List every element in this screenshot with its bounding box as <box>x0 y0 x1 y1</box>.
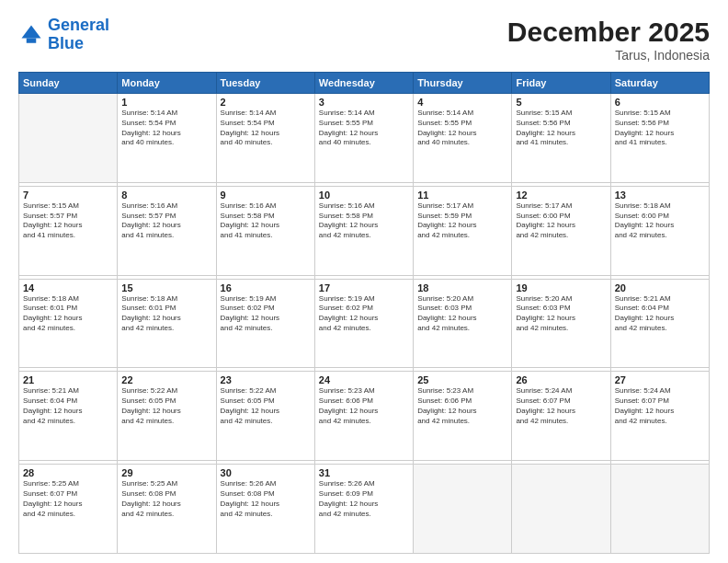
logo-icon <box>18 22 44 48</box>
page: General Blue December 2025 Tarus, Indone… <box>0 0 728 563</box>
calendar-cell: 1Sunrise: 5:14 AM Sunset: 5:54 PM Daylig… <box>118 94 216 183</box>
calendar-cell: 20Sunrise: 5:21 AM Sunset: 6:04 PM Dayli… <box>610 279 709 368</box>
day-info: Sunrise: 5:18 AM Sunset: 6:00 PM Dayligh… <box>615 201 705 241</box>
day-number: 16 <box>221 282 311 293</box>
day-number: 2 <box>221 97 311 108</box>
day-number: 5 <box>516 97 606 108</box>
day-number: 26 <box>516 374 606 385</box>
calendar-cell: 26Sunrise: 5:24 AM Sunset: 6:07 PM Dayli… <box>512 372 610 461</box>
day-number: 24 <box>319 374 409 385</box>
logo-text: General Blue <box>48 17 109 53</box>
day-info: Sunrise: 5:18 AM Sunset: 6:01 PM Dayligh… <box>121 294 211 334</box>
svg-rect-1 <box>27 38 37 42</box>
calendar-cell: 25Sunrise: 5:23 AM Sunset: 6:06 PM Dayli… <box>414 372 512 461</box>
day-info: Sunrise: 5:23 AM Sunset: 6:06 PM Dayligh… <box>417 386 507 426</box>
header-saturday: Saturday <box>610 73 709 94</box>
calendar-cell: 11Sunrise: 5:17 AM Sunset: 5:59 PM Dayli… <box>414 186 512 275</box>
day-number: 6 <box>615 97 705 108</box>
day-info: Sunrise: 5:16 AM Sunset: 5:58 PM Dayligh… <box>221 201 311 241</box>
page-subtitle: Tarus, Indonesia <box>507 48 710 63</box>
day-info: Sunrise: 5:25 AM Sunset: 6:07 PM Dayligh… <box>23 479 113 519</box>
day-info: Sunrise: 5:26 AM Sunset: 6:08 PM Dayligh… <box>221 479 311 519</box>
calendar-cell: 18Sunrise: 5:20 AM Sunset: 6:03 PM Dayli… <box>414 279 512 368</box>
calendar-cell: 6Sunrise: 5:15 AM Sunset: 5:56 PM Daylig… <box>610 94 709 183</box>
calendar-table: Sunday Monday Tuesday Wednesday Thursday… <box>18 72 710 554</box>
calendar-cell: 2Sunrise: 5:14 AM Sunset: 5:54 PM Daylig… <box>216 94 314 183</box>
day-info: Sunrise: 5:17 AM Sunset: 5:59 PM Dayligh… <box>417 201 507 241</box>
day-number: 27 <box>615 374 705 385</box>
day-number: 9 <box>221 190 311 201</box>
calendar-cell: 19Sunrise: 5:20 AM Sunset: 6:03 PM Dayli… <box>512 279 610 368</box>
day-info: Sunrise: 5:14 AM Sunset: 5:54 PM Dayligh… <box>121 109 211 148</box>
day-number: 7 <box>23 190 113 201</box>
calendar-cell: 8Sunrise: 5:16 AM Sunset: 5:57 PM Daylig… <box>118 186 216 275</box>
calendar-cell <box>512 465 610 554</box>
day-number: 11 <box>417 190 507 201</box>
day-number: 19 <box>516 282 606 293</box>
day-info: Sunrise: 5:15 AM Sunset: 5:57 PM Dayligh… <box>23 201 113 241</box>
day-number: 4 <box>417 97 507 108</box>
day-info: Sunrise: 5:25 AM Sunset: 6:08 PM Dayligh… <box>121 479 211 519</box>
day-number: 15 <box>121 282 211 293</box>
day-number: 13 <box>615 190 705 201</box>
day-info: Sunrise: 5:21 AM Sunset: 6:04 PM Dayligh… <box>23 386 113 426</box>
week-row-2: 7Sunrise: 5:15 AM Sunset: 5:57 PM Daylig… <box>19 186 710 275</box>
day-number: 30 <box>221 467 311 478</box>
header-thursday: Thursday <box>414 73 512 94</box>
calendar-cell: 5Sunrise: 5:15 AM Sunset: 5:56 PM Daylig… <box>512 94 610 183</box>
day-info: Sunrise: 5:20 AM Sunset: 6:03 PM Dayligh… <box>417 294 507 334</box>
calendar-header-row: Sunday Monday Tuesday Wednesday Thursday… <box>19 73 710 94</box>
header-monday: Monday <box>118 73 216 94</box>
day-number: 29 <box>121 467 211 478</box>
calendar-cell: 7Sunrise: 5:15 AM Sunset: 5:57 PM Daylig… <box>19 186 118 275</box>
day-info: Sunrise: 5:22 AM Sunset: 6:05 PM Dayligh… <box>121 386 211 426</box>
title-block: December 2025 Tarus, Indonesia <box>507 17 710 63</box>
day-info: Sunrise: 5:14 AM Sunset: 5:54 PM Dayligh… <box>221 109 311 148</box>
day-info: Sunrise: 5:15 AM Sunset: 5:56 PM Dayligh… <box>615 109 705 148</box>
logo: General Blue <box>18 17 109 53</box>
day-number: 25 <box>417 374 507 385</box>
calendar-cell: 24Sunrise: 5:23 AM Sunset: 6:06 PM Dayli… <box>314 372 413 461</box>
calendar-cell: 10Sunrise: 5:16 AM Sunset: 5:58 PM Dayli… <box>314 186 413 275</box>
calendar-cell <box>610 465 709 554</box>
day-info: Sunrise: 5:26 AM Sunset: 6:09 PM Dayligh… <box>319 479 409 519</box>
svg-marker-0 <box>22 25 41 38</box>
day-info: Sunrise: 5:22 AM Sunset: 6:05 PM Dayligh… <box>221 386 311 426</box>
day-info: Sunrise: 5:19 AM Sunset: 6:02 PM Dayligh… <box>319 294 409 334</box>
calendar-cell: 12Sunrise: 5:17 AM Sunset: 6:00 PM Dayli… <box>512 186 610 275</box>
day-number: 21 <box>23 374 113 385</box>
day-number: 14 <box>23 282 113 293</box>
calendar-cell: 27Sunrise: 5:24 AM Sunset: 6:07 PM Dayli… <box>610 372 709 461</box>
day-info: Sunrise: 5:17 AM Sunset: 6:00 PM Dayligh… <box>516 201 606 241</box>
day-number: 1 <box>121 97 211 108</box>
day-number: 18 <box>417 282 507 293</box>
header-friday: Friday <box>512 73 610 94</box>
calendar-cell: 9Sunrise: 5:16 AM Sunset: 5:58 PM Daylig… <box>216 186 314 275</box>
day-number: 3 <box>319 97 409 108</box>
week-row-3: 14Sunrise: 5:18 AM Sunset: 6:01 PM Dayli… <box>19 279 710 368</box>
calendar-cell: 13Sunrise: 5:18 AM Sunset: 6:00 PM Dayli… <box>610 186 709 275</box>
day-info: Sunrise: 5:14 AM Sunset: 5:55 PM Dayligh… <box>319 109 409 148</box>
day-info: Sunrise: 5:16 AM Sunset: 5:57 PM Dayligh… <box>121 201 211 241</box>
day-info: Sunrise: 5:20 AM Sunset: 6:03 PM Dayligh… <box>516 294 606 334</box>
calendar-cell: 14Sunrise: 5:18 AM Sunset: 6:01 PM Dayli… <box>19 279 118 368</box>
calendar-cell: 15Sunrise: 5:18 AM Sunset: 6:01 PM Dayli… <box>118 279 216 368</box>
week-row-1: 1Sunrise: 5:14 AM Sunset: 5:54 PM Daylig… <box>19 94 710 183</box>
day-info: Sunrise: 5:21 AM Sunset: 6:04 PM Dayligh… <box>615 294 705 334</box>
header-sunday: Sunday <box>19 73 118 94</box>
calendar-cell: 22Sunrise: 5:22 AM Sunset: 6:05 PM Dayli… <box>118 372 216 461</box>
calendar-cell: 31Sunrise: 5:26 AM Sunset: 6:09 PM Dayli… <box>314 465 413 554</box>
week-row-4: 21Sunrise: 5:21 AM Sunset: 6:04 PM Dayli… <box>19 372 710 461</box>
calendar-cell <box>19 94 118 183</box>
day-number: 8 <box>121 190 211 201</box>
day-number: 10 <box>319 190 409 201</box>
calendar-cell: 30Sunrise: 5:26 AM Sunset: 6:08 PM Dayli… <box>216 465 314 554</box>
header: General Blue December 2025 Tarus, Indone… <box>18 17 710 63</box>
day-number: 12 <box>516 190 606 201</box>
day-info: Sunrise: 5:19 AM Sunset: 6:02 PM Dayligh… <box>221 294 311 334</box>
page-title: December 2025 <box>507 17 710 48</box>
calendar-cell: 28Sunrise: 5:25 AM Sunset: 6:07 PM Dayli… <box>19 465 118 554</box>
day-info: Sunrise: 5:24 AM Sunset: 6:07 PM Dayligh… <box>615 386 705 426</box>
day-number: 31 <box>319 467 409 478</box>
calendar-cell: 3Sunrise: 5:14 AM Sunset: 5:55 PM Daylig… <box>314 94 413 183</box>
